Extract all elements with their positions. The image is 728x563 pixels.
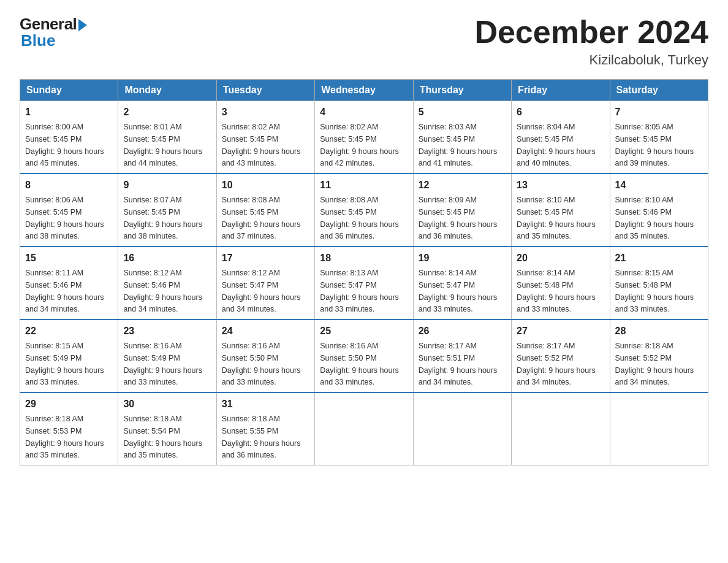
day-sunset: Sunset: 5:49 PM <box>123 354 180 362</box>
table-row: 27 Sunrise: 8:17 AM Sunset: 5:52 PM Dayl… <box>512 320 610 393</box>
table-row <box>610 393 708 465</box>
day-sunset: Sunset: 5:45 PM <box>517 208 573 216</box>
day-daylight: Daylight: 9 hours hours <box>222 439 301 448</box>
day-number: 23 <box>123 324 211 339</box>
logo-arrow-icon <box>78 19 87 31</box>
day-number: 21 <box>615 251 703 266</box>
day-daylight: Daylight: 9 hours hours <box>517 293 596 302</box>
day-daylight: Daylight: 9 hours hours <box>615 366 694 375</box>
day-sunrise: Sunrise: 8:04 AM <box>517 123 575 131</box>
day-daylight: Daylight: 9 hours hours <box>25 220 104 229</box>
day-number: 4 <box>320 105 408 120</box>
day-number: 30 <box>123 397 211 412</box>
day-daylight: Daylight: 9 hours hours <box>320 366 399 375</box>
day-sunrise: Sunrise: 8:15 AM <box>25 342 83 350</box>
day-sunrise: Sunrise: 8:16 AM <box>222 342 280 350</box>
day-sunrise: Sunrise: 8:14 AM <box>517 269 575 277</box>
day-number: 19 <box>419 251 506 266</box>
table-row: 5 Sunrise: 8:03 AM Sunset: 5:45 PM Dayli… <box>413 101 511 174</box>
day-sunset: Sunset: 5:46 PM <box>123 281 180 289</box>
day-daylight-min: and 45 minutes. <box>25 159 80 167</box>
day-daylight-min: and 33 minutes. <box>123 378 178 386</box>
day-daylight-min: and 33 minutes. <box>25 378 80 386</box>
day-number: 24 <box>222 324 309 339</box>
day-sunrise: Sunrise: 8:16 AM <box>123 342 181 350</box>
day-sunrise: Sunrise: 8:18 AM <box>222 415 280 423</box>
day-daylight: Daylight: 9 hours hours <box>25 147 104 156</box>
day-number: 18 <box>320 251 408 266</box>
day-sunrise: Sunrise: 8:15 AM <box>615 269 673 277</box>
day-sunset: Sunset: 5:53 PM <box>25 427 82 435</box>
day-daylight: Daylight: 9 hours hours <box>320 293 399 302</box>
table-row: 2 Sunrise: 8:01 AM Sunset: 5:45 PM Dayli… <box>118 101 216 174</box>
day-number: 22 <box>25 324 113 339</box>
day-number: 31 <box>222 397 309 412</box>
table-row: 11 Sunrise: 8:08 AM Sunset: 5:45 PM Dayl… <box>315 174 413 247</box>
day-sunrise: Sunrise: 8:18 AM <box>25 415 83 423</box>
table-row <box>315 393 413 465</box>
day-sunset: Sunset: 5:45 PM <box>419 208 475 216</box>
day-sunrise: Sunrise: 8:03 AM <box>419 123 477 131</box>
day-sunset: Sunset: 5:45 PM <box>419 135 475 144</box>
day-sunset: Sunset: 5:51 PM <box>419 354 475 362</box>
day-daylight-min: and 33 minutes. <box>615 305 670 313</box>
day-daylight-min: and 36 minutes. <box>222 451 276 459</box>
table-row: 31 Sunrise: 8:18 AM Sunset: 5:55 PM Dayl… <box>216 393 314 465</box>
table-row: 26 Sunrise: 8:17 AM Sunset: 5:51 PM Dayl… <box>413 320 511 393</box>
day-sunrise: Sunrise: 8:02 AM <box>222 123 280 131</box>
table-row <box>512 393 610 465</box>
day-sunrise: Sunrise: 8:11 AM <box>25 269 83 277</box>
day-number: 3 <box>222 105 309 120</box>
day-number: 8 <box>25 178 113 193</box>
table-row: 13 Sunrise: 8:10 AM Sunset: 5:45 PM Dayl… <box>512 174 610 247</box>
day-sunrise: Sunrise: 8:17 AM <box>517 342 575 350</box>
table-row: 19 Sunrise: 8:14 AM Sunset: 5:47 PM Dayl… <box>413 247 511 320</box>
month-title: December 2024 <box>474 15 708 50</box>
day-sunset: Sunset: 5:55 PM <box>222 427 278 435</box>
col-thursday: Thursday <box>413 80 511 101</box>
day-sunrise: Sunrise: 8:12 AM <box>222 269 280 277</box>
day-sunrise: Sunrise: 8:14 AM <box>419 269 477 277</box>
day-number: 5 <box>419 105 506 120</box>
day-daylight: Daylight: 9 hours hours <box>615 147 694 156</box>
day-daylight-min: and 33 minutes. <box>222 378 276 386</box>
day-sunrise: Sunrise: 8:01 AM <box>123 123 181 131</box>
day-daylight-min: and 34 minutes. <box>615 378 670 386</box>
day-daylight: Daylight: 9 hours hours <box>123 147 202 156</box>
day-daylight-min: and 34 minutes. <box>123 305 178 313</box>
day-daylight-min: and 35 minutes. <box>123 451 178 459</box>
day-daylight: Daylight: 9 hours hours <box>222 147 301 156</box>
day-number: 29 <box>25 397 113 412</box>
table-row: 18 Sunrise: 8:13 AM Sunset: 5:47 PM Dayl… <box>315 247 413 320</box>
calendar-week-row: 29 Sunrise: 8:18 AM Sunset: 5:53 PM Dayl… <box>20 393 708 465</box>
day-sunset: Sunset: 5:46 PM <box>25 281 82 289</box>
day-sunset: Sunset: 5:45 PM <box>517 135 573 144</box>
day-sunrise: Sunrise: 8:18 AM <box>123 415 181 423</box>
day-sunrise: Sunrise: 8:18 AM <box>615 342 673 350</box>
day-sunrise: Sunrise: 8:09 AM <box>419 196 477 204</box>
day-daylight-min: and 34 minutes. <box>222 305 276 313</box>
page-header: General Blue December 2024 Kizilcaboluk,… <box>20 15 708 68</box>
day-daylight: Daylight: 9 hours hours <box>419 366 498 375</box>
table-row: 16 Sunrise: 8:12 AM Sunset: 5:46 PM Dayl… <box>118 247 216 320</box>
table-row: 29 Sunrise: 8:18 AM Sunset: 5:53 PM Dayl… <box>20 393 118 465</box>
day-daylight: Daylight: 9 hours hours <box>517 220 596 229</box>
day-daylight-min: and 34 minutes. <box>25 305 80 313</box>
day-sunset: Sunset: 5:45 PM <box>320 208 376 216</box>
col-sunday: Sunday <box>20 80 118 101</box>
day-number: 20 <box>517 251 604 266</box>
table-row: 3 Sunrise: 8:02 AM Sunset: 5:45 PM Dayli… <box>216 101 314 174</box>
table-row <box>413 393 511 465</box>
day-number: 1 <box>25 105 113 120</box>
day-number: 7 <box>615 105 703 120</box>
day-sunrise: Sunrise: 8:10 AM <box>615 196 673 204</box>
day-daylight-min: and 43 minutes. <box>222 159 276 167</box>
day-sunset: Sunset: 5:47 PM <box>222 281 278 289</box>
day-sunset: Sunset: 5:45 PM <box>123 208 180 216</box>
day-number: 27 <box>517 324 604 339</box>
table-row: 9 Sunrise: 8:07 AM Sunset: 5:45 PM Dayli… <box>118 174 216 247</box>
day-daylight: Daylight: 9 hours hours <box>320 220 399 229</box>
day-sunset: Sunset: 5:54 PM <box>123 427 180 435</box>
day-daylight-min: and 39 minutes. <box>615 159 670 167</box>
day-sunset: Sunset: 5:50 PM <box>320 354 376 362</box>
